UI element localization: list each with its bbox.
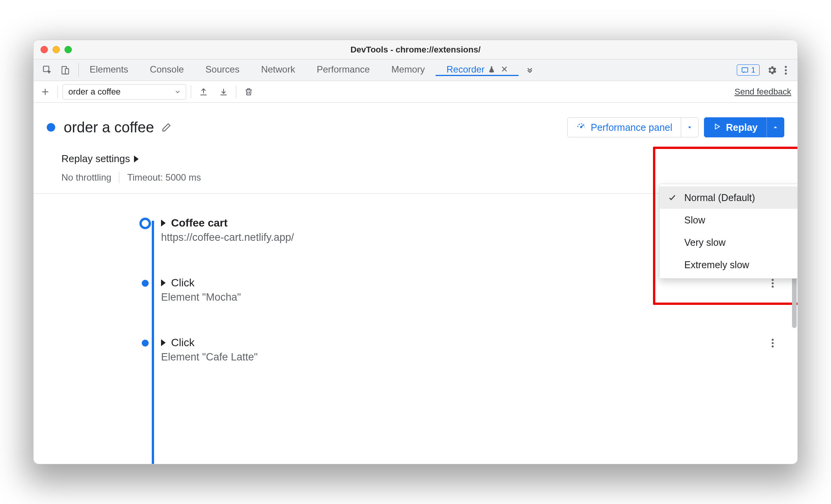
svg-rect-3 [742, 68, 748, 72]
svg-point-5 [785, 69, 787, 71]
export-button[interactable] [196, 84, 211, 100]
tab-network[interactable]: Network [250, 64, 306, 76]
inspect-icon[interactable] [42, 65, 53, 76]
recording-title: order a coffee [64, 119, 154, 136]
tab-console[interactable]: Console [139, 64, 195, 76]
device-toggle-icon[interactable] [60, 65, 70, 75]
close-tab-icon[interactable]: ✕ [501, 64, 508, 74]
performance-panel-button[interactable]: Performance panel [567, 117, 681, 137]
throttling-value: No throttling [61, 172, 111, 183]
issues-count: 1 [751, 66, 755, 74]
gauge-icon [576, 121, 586, 134]
replay-speed-dropdown[interactable] [767, 117, 784, 137]
divider [119, 172, 119, 183]
tab-sources[interactable]: Sources [195, 64, 250, 76]
step-marker [139, 218, 151, 229]
replay-group: Replay [704, 117, 784, 137]
caret-right-icon[interactable] [161, 339, 166, 346]
step-marker [142, 340, 149, 347]
caret-up-icon [772, 124, 778, 130]
timeout-value: Timeout: 5000 ms [127, 172, 201, 183]
svg-point-7 [580, 127, 582, 128]
scrollbar-thumb[interactable] [792, 274, 797, 328]
new-recording-button[interactable] [37, 84, 53, 100]
divider [236, 85, 236, 98]
recording-select-value: order a coffee [68, 87, 120, 97]
svg-point-6 [785, 73, 787, 74]
maximize-window-button[interactable] [64, 46, 72, 53]
tab-memory[interactable]: Memory [381, 64, 436, 76]
step-title: Click [171, 337, 195, 349]
more-tabs-button[interactable] [519, 64, 541, 76]
recording-select[interactable]: order a coffee [63, 84, 186, 100]
replay-speed-option-very-slow[interactable]: Very slow [660, 231, 798, 254]
step-more-button[interactable] [771, 278, 774, 290]
replay-speed-option-normal[interactable]: Normal (Default) [660, 186, 798, 209]
issues-button[interactable]: 1 [737, 64, 760, 76]
edit-title-button[interactable] [161, 122, 172, 133]
svg-point-16 [772, 345, 773, 347]
step-subtitle: https://coffee-cart.netlify.app/ [161, 232, 294, 244]
performance-panel-group: Performance panel [567, 117, 699, 137]
svg-point-15 [772, 342, 773, 344]
close-window-button[interactable] [41, 46, 48, 53]
gear-icon[interactable] [767, 65, 777, 76]
replay-speed-option-extremely-slow[interactable]: Extremely slow [660, 254, 798, 276]
divider [191, 85, 191, 98]
devtools-tabs: Elements Console Sources Network Perform… [34, 59, 797, 81]
delete-button[interactable] [241, 84, 256, 100]
caret-down-icon [687, 124, 693, 130]
svg-rect-2 [65, 68, 69, 74]
svg-point-4 [785, 66, 787, 68]
svg-point-12 [772, 282, 773, 284]
replay-speed-option-slow[interactable]: Slow [660, 209, 798, 231]
caret-right-icon [134, 156, 139, 162]
send-feedback-link[interactable]: Send feedback [734, 87, 791, 97]
kebab-icon[interactable] [784, 65, 787, 75]
step-more-button[interactable] [771, 338, 774, 350]
check-icon [666, 193, 678, 202]
caret-right-icon[interactable] [161, 220, 166, 227]
performance-panel-dropdown[interactable] [681, 117, 699, 137]
step-subtitle: Element "Mocha" [161, 291, 241, 303]
svg-point-13 [772, 286, 773, 288]
replay-settings-toggle[interactable]: Replay settings [61, 153, 784, 165]
flask-icon [488, 66, 495, 73]
tab-recorder[interactable]: Recorder ✕ [436, 64, 519, 76]
step-title: Click [171, 277, 195, 289]
window-title: DevTools - chrome://extensions/ [34, 45, 797, 55]
svg-point-14 [772, 339, 773, 341]
replay-speed-menu: Normal (Default) Slow Very slow Extremel… [659, 184, 798, 279]
recording-status-dot [47, 123, 55, 132]
svg-point-11 [772, 279, 773, 281]
replay-label: Replay [726, 122, 758, 133]
tab-elements[interactable]: Elements [79, 64, 139, 76]
step-item[interactable]: Click Element "Mocha" [146, 277, 784, 303]
caret-right-icon[interactable] [161, 279, 166, 286]
chevron-down-icon [174, 88, 181, 95]
recorder-toolbar: order a coffee Send feedback [34, 81, 797, 103]
step-marker [142, 280, 149, 287]
tab-performance[interactable]: Performance [306, 64, 380, 76]
minimize-window-button[interactable] [53, 46, 60, 53]
play-icon [713, 122, 721, 133]
step-item[interactable]: Click Element "Cafe Latte" [146, 337, 784, 363]
window-titlebar: DevTools - chrome://extensions/ [34, 40, 797, 59]
step-title: Coffee cart [171, 217, 227, 229]
recording-header: order a coffee Performance panel [34, 103, 797, 137]
divider [58, 85, 58, 98]
performance-panel-label: Performance panel [591, 122, 672, 133]
window-controls [34, 46, 72, 53]
import-button[interactable] [216, 84, 231, 100]
replay-button[interactable]: Replay [704, 117, 767, 137]
step-subtitle: Element "Cafe Latte" [161, 351, 258, 363]
